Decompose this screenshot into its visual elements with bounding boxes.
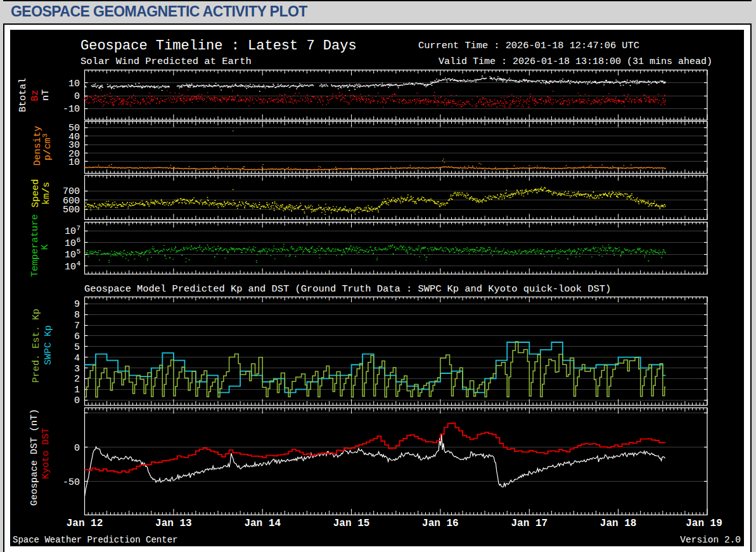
svg-text:0: 0 xyxy=(74,91,80,102)
svg-text:0: 0 xyxy=(74,395,80,406)
svg-text:Current Time : 2026-01-18 12:4: Current Time : 2026-01-18 12:47:06 UTC xyxy=(418,40,639,51)
svg-text:Jan 13: Jan 13 xyxy=(155,518,192,529)
svg-text:Jan 16: Jan 16 xyxy=(422,518,459,529)
svg-text:10: 10 xyxy=(65,262,76,273)
svg-text:10: 10 xyxy=(68,79,80,89)
svg-text:10: 10 xyxy=(68,157,80,168)
svg-text:10: 10 xyxy=(65,238,76,249)
svg-text:4: 4 xyxy=(74,353,80,364)
svg-text:6: 6 xyxy=(77,236,81,244)
svg-text:Kyoto DST: Kyoto DST xyxy=(41,428,51,479)
svg-text:Space Weather Prediction Cente: Space Weather Prediction Center xyxy=(13,535,177,545)
svg-text:Jan 14: Jan 14 xyxy=(244,518,281,529)
svg-text:8: 8 xyxy=(74,310,80,321)
svg-text:4: 4 xyxy=(77,260,81,267)
svg-text:7: 7 xyxy=(74,321,80,331)
svg-text:6: 6 xyxy=(74,331,80,342)
svg-text:10: 10 xyxy=(65,226,76,237)
svg-text:-50: -50 xyxy=(63,477,80,488)
svg-text:Speed: Speed xyxy=(30,179,41,207)
svg-text:Jan 15: Jan 15 xyxy=(333,518,370,529)
svg-text:nT: nT xyxy=(41,89,51,101)
svg-text:1: 1 xyxy=(74,385,80,395)
svg-text:Pred. Est. Kp: Pred. Est. Kp xyxy=(31,309,42,383)
svg-text:7: 7 xyxy=(77,224,81,232)
svg-text:500: 500 xyxy=(63,205,80,215)
svg-text:3: 3 xyxy=(74,364,80,375)
svg-text:Jan 19: Jan 19 xyxy=(686,518,722,529)
svg-text:Geospace Timeline : Latest 7 D: Geospace Timeline : Latest 7 Days xyxy=(80,38,357,54)
svg-text:-10: -10 xyxy=(63,104,80,115)
svg-text:5: 5 xyxy=(77,248,81,255)
svg-text:Density: Density xyxy=(32,125,43,165)
svg-text:Valid Time : 2026-01-18 13:18:: Valid Time : 2026-01-18 13:18:00 (31 min… xyxy=(439,56,712,67)
svg-text:2: 2 xyxy=(74,374,80,385)
svg-text:Temperature: Temperature xyxy=(30,214,41,277)
svg-text:Geospace DST (nT): Geospace DST (nT) xyxy=(29,409,40,506)
svg-text:10: 10 xyxy=(65,250,76,260)
svg-text:p/cm3: p/cm3 xyxy=(41,134,54,161)
svg-text:SWPC Kp: SWPC Kp xyxy=(43,325,54,365)
svg-text:9: 9 xyxy=(74,299,80,310)
svg-text:Solar Wind Predicted at Earth: Solar Wind Predicted at Earth xyxy=(80,56,252,67)
svg-text:Geospace Model Predicted Kp an: Geospace Model Predicted Kp and DST (Gro… xyxy=(84,283,611,295)
svg-text:Version 2.0: Version 2.0 xyxy=(680,535,741,545)
svg-text:K: K xyxy=(40,244,51,250)
svg-text:km/s: km/s xyxy=(41,182,52,205)
svg-text:5: 5 xyxy=(74,342,80,353)
svg-text:Jan 17: Jan 17 xyxy=(511,518,548,529)
svg-text:Jan 12: Jan 12 xyxy=(67,518,103,529)
svg-text:Btotal: Btotal xyxy=(18,78,29,112)
svg-text:0: 0 xyxy=(74,443,80,454)
svg-text:Jan 18: Jan 18 xyxy=(600,518,637,529)
svg-text:Bz: Bz xyxy=(30,90,41,101)
